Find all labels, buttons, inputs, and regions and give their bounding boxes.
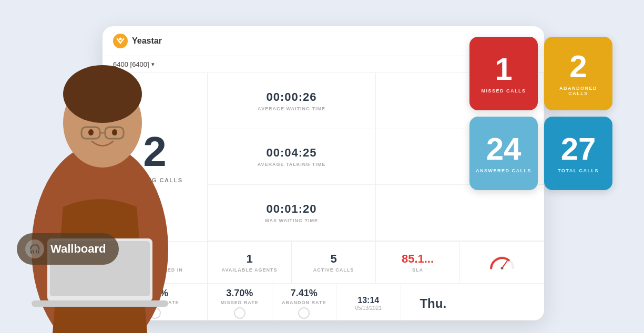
avg-waiting-time-cell: 00:00:26 AVERAGE WAITING TIME [208, 73, 376, 129]
available-agents-value: 1 [246, 252, 252, 266]
abandon-rate-label: ABANDON RATE [282, 300, 326, 305]
max-waiting-time-label: MAX WAITING TIME [265, 218, 318, 223]
missed-calls-label: MISSED CALLS [481, 88, 526, 93]
answered-calls-number: 24 [486, 133, 522, 165]
max-waiting-time-value: 00:01:20 [266, 202, 316, 216]
sla-label: SLA [412, 267, 423, 273]
abandon-rate-value: 7.41% [291, 288, 318, 299]
answered-calls-label: ANSWERED CALLS [476, 168, 531, 173]
total-calls-number: 27 [561, 133, 596, 165]
avg-talking-time-value: 00:04:25 [266, 146, 316, 160]
svg-rect-12 [32, 300, 168, 307]
abandoned-calls-label: ABANDONED CALLS [550, 86, 606, 96]
colored-cards-grid: 1 MISSED CALLS 2 ABANDONED CALLS 24 ANSW… [469, 37, 612, 190]
active-calls-cell: 5 ACTIVE CALLS [292, 242, 376, 283]
svg-point-3 [501, 266, 504, 269]
current-day: Thu. [420, 296, 446, 311]
abandoned-calls-number: 2 [569, 51, 587, 82]
gauge-icon [489, 255, 515, 270]
answered-calls-card: 24 ANSWERED CALLS [469, 117, 538, 190]
avg-waiting-time-value: 00:00:26 [266, 90, 316, 104]
missed-calls-number: 1 [495, 54, 512, 85]
person-illustration [0, 28, 221, 333]
active-calls-value: 5 [330, 252, 336, 266]
active-calls-label: ACTIVE CALLS [313, 267, 354, 273]
datetime-cell: 13:14 05/13/2021 [336, 284, 401, 320]
abandon-rate-cell: 7.41% ABANDON RATE [272, 284, 337, 320]
gauge-cell [460, 242, 544, 283]
missed-rate-label: MISSED RATE [221, 300, 259, 305]
current-time: 13:14 [357, 296, 379, 305]
svg-point-6 [63, 65, 142, 123]
available-agents-label: AVAILABLE AGENTS [222, 267, 278, 273]
current-date: 05/13/2021 [355, 305, 382, 311]
total-calls-card: 27 TOTAL CALLS [544, 117, 612, 190]
day-cell: Thu. [401, 284, 466, 320]
abandoned-calls-card: 2 ABANDONED CALLS [544, 37, 612, 110]
missed-rate-value: 3.70% [226, 288, 253, 299]
svg-point-14 [112, 129, 117, 136]
headset-icon: 🎧 [25, 240, 44, 258]
max-waiting-time-cell-empty [376, 185, 544, 241]
avg-talking-time-label: AVERAGE TALKING TIME [258, 162, 326, 167]
svg-line-2 [502, 261, 507, 268]
avg-talking-time-cell: 00:04:25 AVERAGE TALKING TIME [208, 129, 376, 185]
person-svg [0, 39, 200, 333]
svg-point-13 [88, 129, 94, 136]
max-waiting-time-cell: 00:01:20 MAX WAITING TIME [208, 185, 376, 241]
sla-value: 85.1... [402, 252, 434, 266]
total-calls-label: TOTAL CALLS [558, 168, 599, 173]
missed-calls-card: 1 MISSED CALLS [469, 37, 538, 110]
avg-waiting-time-label: AVERAGE WAITING TIME [258, 106, 325, 111]
wallboard-badge: 🎧 Wallboard [17, 233, 119, 265]
missed-rate-indicator [234, 307, 246, 319]
wallboard-label: Wallboard [50, 242, 106, 256]
abandon-rate-indicator [298, 307, 310, 319]
sla-cell: 85.1... SLA [376, 242, 460, 283]
